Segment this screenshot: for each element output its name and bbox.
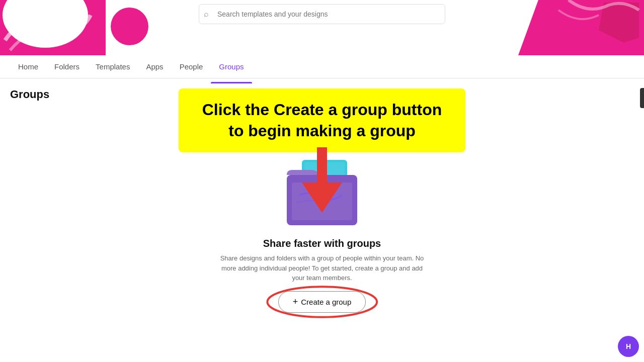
search-icon: ⌕ [204, 10, 209, 19]
svg-marker-3 [579, 0, 629, 40]
tab-groups[interactable]: Groups [211, 56, 252, 77]
main-content: Click the Create a group button to begin… [0, 78, 644, 362]
tab-people[interactable]: People [172, 56, 211, 77]
search-input[interactable] [199, 4, 445, 24]
right-decoration [488, 0, 644, 55]
create-group-button[interactable]: + Create a group [278, 291, 366, 313]
svg-marker-10 [302, 183, 342, 213]
avatar[interactable]: H [618, 336, 639, 357]
illustration-area [272, 155, 372, 240]
tab-templates[interactable]: Templates [88, 56, 138, 77]
svg-marker-2 [518, 0, 644, 55]
svg-point-1 [3, 0, 88, 48]
share-description: Share designs and folders with a group o… [216, 253, 428, 283]
circle-decoration [111, 8, 148, 45]
tab-folders[interactable]: Folders [46, 56, 88, 77]
svg-marker-9 [317, 147, 327, 185]
left-decoration [0, 0, 106, 55]
instruction-text: Click the Create a group button to begin… [202, 101, 442, 140]
red-arrow [302, 147, 342, 213]
nav-tabs: Home Folders Templates Apps People Group… [0, 55, 644, 78]
svg-marker-4 [599, 3, 639, 43]
share-section: Share faster with groups Share designs a… [216, 238, 428, 291]
instruction-banner: Click the Create a group button to begin… [179, 88, 465, 152]
tab-apps[interactable]: Apps [138, 56, 171, 77]
search-container: ⌕ [199, 4, 445, 24]
plus-icon: + [293, 297, 298, 307]
tab-home[interactable]: Home [10, 56, 46, 77]
create-group-label: Create a group [301, 298, 351, 306]
svg-rect-0 [0, 0, 106, 55]
create-group-button-wrapper: + Create a group [278, 291, 366, 313]
